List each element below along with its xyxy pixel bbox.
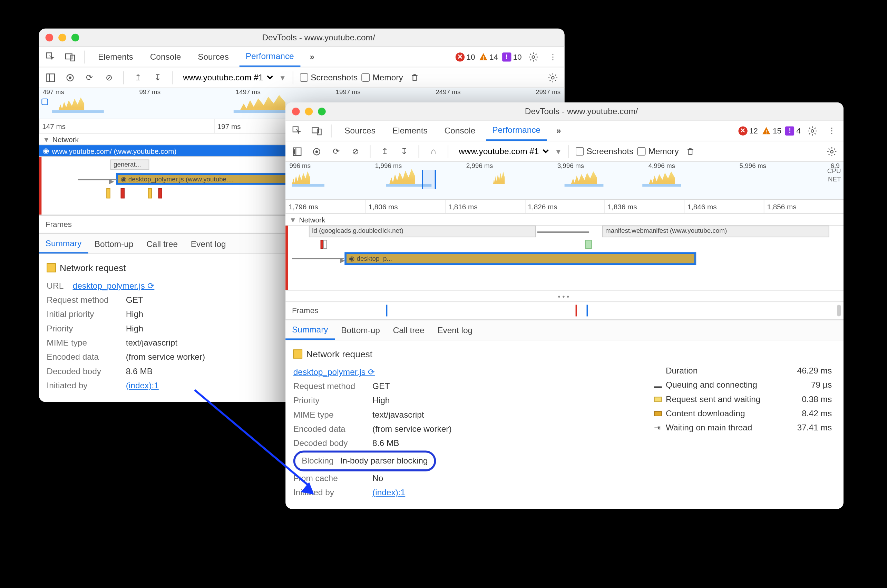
dtab-bottomup[interactable]: Bottom-up: [88, 234, 140, 254]
svg-point-14: [811, 129, 814, 132]
dtab-summary[interactable]: Summary: [286, 320, 334, 340]
bar-manifest[interactable]: manifest.webmanifest (www.youtube.com): [602, 225, 829, 237]
detail-row: Decoded body8.6 MB: [293, 436, 836, 450]
titlebar[interactable]: DevTools - www.youtube.com/: [286, 102, 843, 121]
bar-desktop-polymer[interactable]: ◉ desktop_p...: [345, 253, 695, 264]
dtab-eventlog[interactable]: Event log: [431, 320, 479, 340]
titlebar[interactable]: DevTools - www.youtube.com/: [39, 28, 565, 47]
tab-console[interactable]: Console: [144, 47, 187, 66]
trash-icon[interactable]: [683, 144, 698, 159]
network-track[interactable]: id (googleads.g.doubleclick.net) manifes…: [286, 225, 843, 290]
screenshots-checkbox[interactable]: Screenshots: [299, 73, 358, 82]
record-icon[interactable]: [62, 70, 78, 85]
info-count[interactable]: !4: [785, 126, 801, 135]
recording-selector[interactable]: www.youtube.com #1: [455, 144, 551, 158]
perf-toolbar: ⟳ ⊘ ↥ ↧ ⌂ www.youtube.com #1 ▼ Screensho…: [286, 141, 843, 162]
detail-row: From cacheNo: [293, 471, 836, 486]
upload-icon[interactable]: ↥: [377, 144, 392, 159]
timing-row: Waiting on main thread37.41 ms: [654, 421, 832, 435]
device-icon[interactable]: [62, 49, 78, 64]
reload-icon[interactable]: ⟳: [328, 144, 344, 159]
recording-selector[interactable]: www.youtube.com #1: [179, 71, 275, 84]
toggle-panel-icon[interactable]: [289, 144, 305, 159]
device-icon[interactable]: [309, 123, 325, 138]
clear-icon[interactable]: ⊘: [101, 70, 117, 85]
upload-icon[interactable]: ↥: [131, 70, 146, 85]
record-icon[interactable]: [309, 144, 325, 159]
dtab-bottomup[interactable]: Bottom-up: [334, 320, 386, 340]
reload-icon[interactable]: ⟳: [82, 70, 97, 85]
svg-point-8: [69, 76, 71, 79]
blocking-callout: Blocking In-body parser blocking: [293, 451, 436, 471]
tab-sources[interactable]: Sources: [338, 121, 382, 140]
frames-strip[interactable]: Frames: [286, 302, 843, 320]
settings2-icon[interactable]: [824, 144, 840, 159]
tab-elements[interactable]: Elements: [92, 47, 140, 66]
js-swatch-icon: [293, 350, 302, 358]
screenshots-checkbox[interactable]: Screenshots: [575, 147, 633, 156]
maximize-icon[interactable]: [318, 107, 326, 115]
more-tabs-icon[interactable]: [304, 49, 320, 64]
warning-count[interactable]: ! 14: [479, 52, 498, 61]
warning-count[interactable]: ! 15: [762, 126, 782, 135]
more-icon[interactable]: ⋮: [545, 49, 561, 64]
trash-icon[interactable]: [407, 70, 422, 85]
dtab-calltree[interactable]: Call tree: [140, 234, 184, 254]
info-count[interactable]: !10: [502, 52, 522, 61]
home-icon[interactable]: ⌂: [425, 144, 441, 159]
settings-icon[interactable]: [804, 123, 820, 138]
url-link[interactable]: desktop_polymer.js ⟳: [293, 367, 375, 376]
close-icon[interactable]: [292, 107, 300, 115]
initiator-link[interactable]: (index):1: [126, 379, 159, 393]
bar-desktop-polymer[interactable]: ◉ desktop_polymer.js (www.youtube....: [117, 174, 298, 184]
tab-console[interactable]: Console: [438, 121, 482, 140]
clear-icon[interactable]: ⊘: [348, 144, 364, 159]
timing-row: Request sent and waiting0.38 ms: [654, 392, 832, 406]
tab-elements[interactable]: Elements: [386, 121, 434, 140]
download-icon[interactable]: ↧: [150, 70, 165, 85]
minimize-icon[interactable]: [305, 107, 313, 115]
settings-icon[interactable]: [526, 49, 541, 64]
detail-tabs: Summary Bottom-up Call tree Event log: [286, 320, 843, 340]
svg-point-9: [552, 76, 554, 79]
dtab-eventlog[interactable]: Event log: [184, 234, 233, 254]
inspect-icon[interactable]: [43, 49, 58, 64]
initiator-link[interactable]: (index):1: [373, 486, 405, 500]
tab-performance[interactable]: Performance: [486, 121, 547, 140]
download-icon[interactable]: ↧: [397, 144, 412, 159]
tab-sources[interactable]: Sources: [191, 47, 235, 66]
more-tabs-icon[interactable]: [551, 123, 566, 138]
overview-timeline[interactable]: 996 ms 1,996 ms 2,996 ms 3,996 ms 4,996 …: [286, 162, 843, 200]
svg-point-18: [316, 150, 318, 153]
scrollbar[interactable]: [837, 305, 841, 316]
settings2-icon[interactable]: [545, 70, 561, 85]
minimize-icon[interactable]: [58, 33, 66, 41]
error-count[interactable]: ✕12: [738, 126, 758, 135]
perf-toolbar: ⟳ ⊘ ↥ ↧ www.youtube.com #1 ▼ Screenshots…: [39, 68, 565, 88]
tab-performance[interactable]: Performance: [239, 47, 301, 66]
devtools-tabbar: Elements Console Sources Performance ✕10…: [39, 46, 565, 67]
svg-rect-12: [317, 129, 321, 135]
svg-point-4: [532, 56, 535, 58]
expand-icon[interactable]: •••: [286, 290, 843, 302]
memory-checkbox[interactable]: Memory: [361, 73, 403, 82]
svg-text:!: !: [765, 128, 767, 134]
url-link[interactable]: desktop_polymer.js ⟳: [73, 279, 155, 293]
timing-row: Content downloading8.42 ms: [654, 406, 832, 421]
dtab-summary[interactable]: Summary: [39, 234, 88, 254]
bar-generat[interactable]: generat...: [110, 159, 149, 170]
devtools-tabbar: Sources Elements Console Performance ✕12…: [286, 121, 843, 141]
time-ruler[interactable]: 1,796 ms 1,806 ms 1,816 ms 1,826 ms 1,83…: [286, 200, 843, 214]
more-icon[interactable]: ⋮: [824, 123, 840, 138]
error-count[interactable]: ✕10: [456, 52, 475, 61]
window-title: DevTools - www.youtube.com/: [326, 106, 837, 116]
dtab-calltree[interactable]: Call tree: [386, 320, 431, 340]
network-track-header[interactable]: ▼ Network: [286, 214, 843, 225]
memory-checkbox[interactable]: Memory: [637, 147, 678, 156]
toggle-panel-icon[interactable]: [43, 70, 58, 85]
inspect-icon[interactable]: [289, 123, 305, 138]
close-icon[interactable]: [45, 33, 54, 41]
svg-text:!: !: [483, 54, 484, 60]
maximize-icon[interactable]: [71, 33, 80, 41]
bar-googleads[interactable]: id (googleads.g.doubleclick.net): [309, 225, 536, 237]
